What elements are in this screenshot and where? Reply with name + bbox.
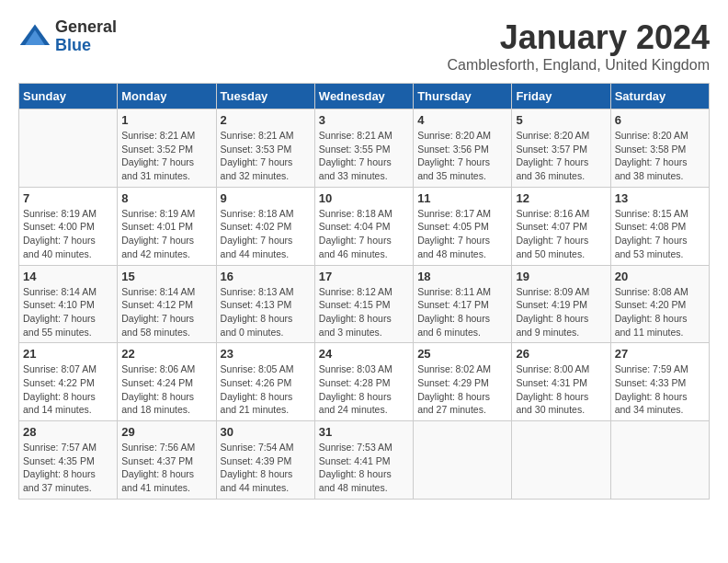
day-number: 9 (221, 191, 311, 205)
calendar-cell: 13Sunrise: 8:15 AM Sunset: 4:08 PM Dayli… (610, 187, 709, 265)
day-number: 16 (221, 270, 311, 283)
day-info: Sunrise: 8:06 AM Sunset: 4:24 PM Dayligh… (121, 362, 211, 417)
day-info: Sunrise: 8:12 AM Sunset: 4:15 PM Dayligh… (319, 285, 409, 339)
day-info: Sunrise: 8:14 AM Sunset: 4:12 PM Dayligh… (121, 285, 211, 339)
day-info: Sunrise: 7:57 AM Sunset: 4:35 PM Dayligh… (23, 441, 113, 495)
calendar-week-row: 1Sunrise: 8:21 AM Sunset: 3:52 PM Daylig… (19, 109, 710, 188)
calendar-cell: 31Sunrise: 7:53 AM Sunset: 4:41 PM Dayli… (314, 421, 413, 500)
title-section: January 2024 Camblesforth, England, Unit… (448, 18, 711, 74)
day-info: Sunrise: 8:13 AM Sunset: 4:13 PM Dayligh… (221, 285, 311, 339)
day-number: 2 (221, 113, 311, 127)
day-info: Sunrise: 7:56 AM Sunset: 4:37 PM Dayligh… (121, 441, 211, 495)
day-info: Sunrise: 8:14 AM Sunset: 4:10 PM Dayligh… (23, 285, 113, 339)
day-info: Sunrise: 8:16 AM Sunset: 4:07 PM Dayligh… (516, 207, 606, 261)
day-number: 18 (417, 270, 507, 283)
calendar-week-row: 21Sunrise: 8:07 AM Sunset: 4:22 PM Dayli… (19, 343, 710, 421)
day-number: 8 (121, 191, 211, 205)
day-info: Sunrise: 8:05 AM Sunset: 4:26 PM Dayligh… (221, 362, 311, 417)
weekday-header-saturday: Saturday (610, 84, 709, 109)
weekday-header-sunday: Sunday (19, 84, 118, 109)
calendar-cell: 30Sunrise: 7:54 AM Sunset: 4:39 PM Dayli… (216, 421, 314, 500)
day-number: 15 (121, 270, 211, 283)
day-number: 6 (615, 113, 705, 127)
weekday-header-wednesday: Wednesday (314, 84, 413, 109)
day-number: 20 (615, 270, 705, 283)
weekday-header-friday: Friday (512, 84, 610, 109)
calendar-cell: 11Sunrise: 8:17 AM Sunset: 4:05 PM Dayli… (414, 187, 512, 265)
calendar-cell: 25Sunrise: 8:02 AM Sunset: 4:29 PM Dayli… (414, 343, 512, 421)
day-info: Sunrise: 7:54 AM Sunset: 4:39 PM Dayligh… (221, 441, 311, 495)
day-number: 7 (23, 191, 113, 205)
calendar-cell: 18Sunrise: 8:11 AM Sunset: 4:17 PM Dayli… (414, 265, 512, 343)
day-info: Sunrise: 8:20 AM Sunset: 3:57 PM Dayligh… (516, 129, 606, 183)
calendar-cell: 24Sunrise: 8:03 AM Sunset: 4:28 PM Dayli… (314, 343, 413, 421)
day-number: 3 (319, 113, 409, 127)
day-number: 29 (121, 425, 211, 439)
calendar-cell: 14Sunrise: 8:14 AM Sunset: 4:10 PM Dayli… (19, 265, 118, 343)
day-number: 14 (23, 270, 113, 283)
day-number: 23 (221, 347, 311, 361)
day-info: Sunrise: 8:19 AM Sunset: 4:00 PM Dayligh… (23, 207, 113, 261)
calendar-cell: 16Sunrise: 8:13 AM Sunset: 4:13 PM Dayli… (216, 265, 314, 343)
logo-icon (18, 20, 51, 53)
calendar-title: January 2024 (448, 18, 711, 57)
weekday-header-tuesday: Tuesday (216, 84, 314, 109)
page-wrapper: General Blue January 2024 Camblesforth, … (18, 18, 710, 500)
day-info: Sunrise: 7:53 AM Sunset: 4:41 PM Dayligh… (319, 441, 409, 495)
calendar-cell: 7Sunrise: 8:19 AM Sunset: 4:00 PM Daylig… (19, 187, 118, 265)
day-info: Sunrise: 8:07 AM Sunset: 4:22 PM Dayligh… (23, 362, 113, 417)
day-info: Sunrise: 8:08 AM Sunset: 4:20 PM Dayligh… (615, 285, 705, 339)
calendar-cell: 2Sunrise: 8:21 AM Sunset: 3:53 PM Daylig… (216, 109, 314, 188)
calendar-week-row: 7Sunrise: 8:19 AM Sunset: 4:00 PM Daylig… (19, 187, 710, 265)
weekday-header-thursday: Thursday (414, 84, 512, 109)
calendar-cell: 1Sunrise: 8:21 AM Sunset: 3:52 PM Daylig… (118, 109, 216, 188)
calendar-cell: 20Sunrise: 8:08 AM Sunset: 4:20 PM Dayli… (610, 265, 709, 343)
calendar-cell: 23Sunrise: 8:05 AM Sunset: 4:26 PM Dayli… (216, 343, 314, 421)
calendar-cell: 10Sunrise: 8:18 AM Sunset: 4:04 PM Dayli… (314, 187, 413, 265)
day-info: Sunrise: 8:02 AM Sunset: 4:29 PM Dayligh… (417, 362, 507, 417)
day-number: 26 (516, 347, 606, 361)
day-number: 1 (121, 113, 211, 127)
calendar-cell: 29Sunrise: 7:56 AM Sunset: 4:37 PM Dayli… (118, 421, 216, 500)
calendar-subtitle: Camblesforth, England, United Kingdom (448, 57, 711, 74)
calendar-cell: 15Sunrise: 8:14 AM Sunset: 4:12 PM Dayli… (118, 265, 216, 343)
calendar-cell (610, 421, 709, 500)
calendar-cell: 26Sunrise: 8:00 AM Sunset: 4:31 PM Dayli… (512, 343, 610, 421)
header: General Blue January 2024 Camblesforth, … (18, 18, 710, 74)
day-info: Sunrise: 8:09 AM Sunset: 4:19 PM Dayligh… (516, 285, 606, 339)
calendar-week-row: 14Sunrise: 8:14 AM Sunset: 4:10 PM Dayli… (19, 265, 710, 343)
calendar-cell: 5Sunrise: 8:20 AM Sunset: 3:57 PM Daylig… (512, 109, 610, 188)
calendar-cell: 3Sunrise: 8:21 AM Sunset: 3:55 PM Daylig… (314, 109, 413, 188)
day-number: 11 (417, 191, 507, 205)
calendar-cell: 9Sunrise: 8:18 AM Sunset: 4:02 PM Daylig… (216, 187, 314, 265)
day-info: Sunrise: 8:21 AM Sunset: 3:55 PM Dayligh… (319, 129, 409, 183)
day-number: 31 (319, 425, 409, 439)
weekday-header-row: SundayMondayTuesdayWednesdayThursdayFrid… (19, 84, 710, 109)
calendar-cell: 21Sunrise: 8:07 AM Sunset: 4:22 PM Dayli… (19, 343, 118, 421)
day-info: Sunrise: 8:15 AM Sunset: 4:08 PM Dayligh… (615, 207, 705, 261)
day-info: Sunrise: 8:11 AM Sunset: 4:17 PM Dayligh… (417, 285, 507, 339)
day-number: 19 (516, 270, 606, 283)
day-number: 24 (319, 347, 409, 361)
day-number: 5 (516, 113, 606, 127)
calendar-cell (19, 109, 118, 188)
day-info: Sunrise: 8:20 AM Sunset: 3:56 PM Dayligh… (417, 129, 507, 183)
logo-text: General Blue (55, 18, 117, 55)
calendar-cell: 27Sunrise: 7:59 AM Sunset: 4:33 PM Dayli… (610, 343, 709, 421)
day-number: 17 (319, 270, 409, 283)
day-info: Sunrise: 8:20 AM Sunset: 3:58 PM Dayligh… (615, 129, 705, 183)
day-number: 25 (417, 347, 507, 361)
logo: General Blue (18, 18, 117, 55)
day-number: 21 (23, 347, 113, 361)
weekday-header-monday: Monday (118, 84, 216, 109)
day-number: 12 (516, 191, 606, 205)
calendar-cell: 28Sunrise: 7:57 AM Sunset: 4:35 PM Dayli… (19, 421, 118, 500)
day-info: Sunrise: 8:21 AM Sunset: 3:52 PM Dayligh… (121, 129, 211, 183)
day-number: 13 (615, 191, 705, 205)
day-info: Sunrise: 8:03 AM Sunset: 4:28 PM Dayligh… (319, 362, 409, 417)
calendar-cell: 4Sunrise: 8:20 AM Sunset: 3:56 PM Daylig… (414, 109, 512, 188)
calendar-cell: 19Sunrise: 8:09 AM Sunset: 4:19 PM Dayli… (512, 265, 610, 343)
calendar-cell (512, 421, 610, 500)
calendar-cell: 8Sunrise: 8:19 AM Sunset: 4:01 PM Daylig… (118, 187, 216, 265)
day-number: 22 (121, 347, 211, 361)
